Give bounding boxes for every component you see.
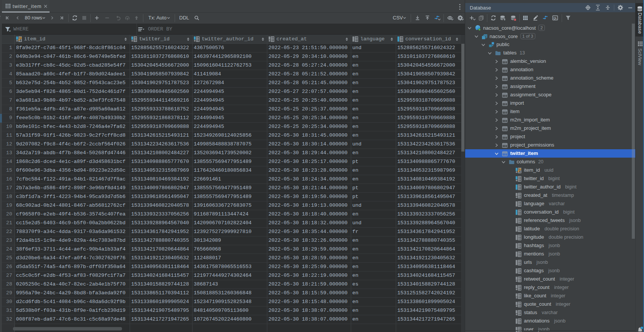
svg-text:QL: QL [553,17,557,20]
